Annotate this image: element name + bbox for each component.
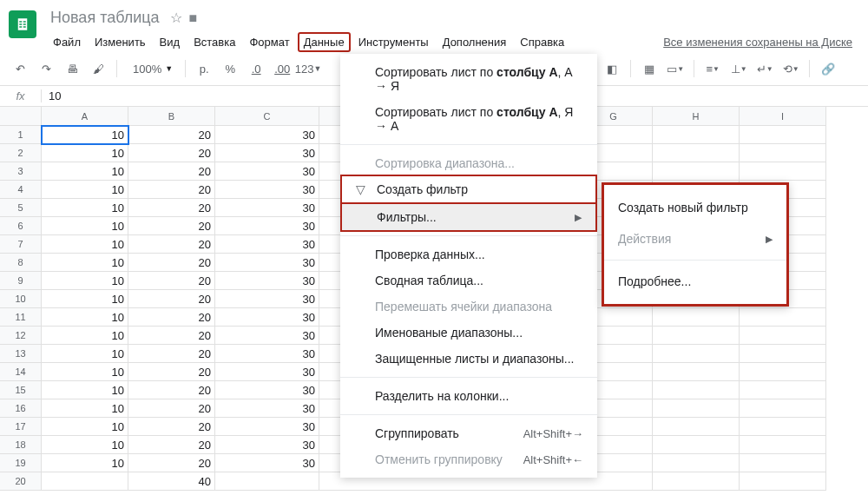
cell[interactable] xyxy=(653,126,740,144)
cell[interactable] xyxy=(653,436,740,454)
submenu-more[interactable]: Подробнее... xyxy=(604,266,786,297)
cell[interactable]: 30 xyxy=(215,345,319,363)
menu-insert[interactable]: Вставка xyxy=(187,32,241,52)
menu-filters[interactable]: Фильтры...▶ xyxy=(342,204,595,230)
print-button[interactable]: 🖶 xyxy=(61,57,83,80)
menu-sort-asc[interactable]: Сортировать лист по столбцу A, А → Я xyxy=(340,59,597,99)
cell[interactable] xyxy=(653,454,740,472)
col-header-i[interactable]: I xyxy=(740,107,826,126)
cell[interactable]: 10 xyxy=(42,436,128,454)
cell[interactable] xyxy=(215,472,319,491)
col-header-a[interactable]: A xyxy=(42,107,128,126)
fill-color-button[interactable]: ◧ xyxy=(601,57,623,80)
row-header[interactable]: 12 xyxy=(0,327,42,345)
menu-view[interactable]: Вид xyxy=(154,32,187,52)
row-header[interactable]: 20 xyxy=(0,472,42,491)
cell[interactable]: 20 xyxy=(128,272,215,290)
cell[interactable]: 10 xyxy=(42,235,128,254)
row-header[interactable]: 13 xyxy=(0,345,42,363)
menu-named-ranges[interactable]: Именованые диапазоны... xyxy=(340,320,597,346)
select-all-corner[interactable] xyxy=(0,107,42,126)
row-header[interactable]: 14 xyxy=(0,363,42,381)
menu-protected[interactable]: Защищенные листы и диапазоны... xyxy=(340,346,597,372)
cell[interactable] xyxy=(653,381,740,399)
cell[interactable]: 20 xyxy=(128,162,215,181)
cell[interactable]: 20 xyxy=(128,381,215,399)
cell[interactable]: 30 xyxy=(215,235,319,254)
cell[interactable]: 30 xyxy=(215,290,319,308)
valign-button[interactable]: ⊥▼ xyxy=(727,57,750,80)
cell[interactable]: 30 xyxy=(215,363,319,381)
row-header[interactable]: 4 xyxy=(0,181,42,199)
cell[interactable]: 20 xyxy=(128,126,215,144)
cell[interactable]: 10 xyxy=(42,454,128,472)
menu-pivot[interactable]: Сводная таблица... xyxy=(340,267,597,294)
cell[interactable]: 10 xyxy=(42,399,128,418)
row-header[interactable]: 16 xyxy=(0,399,42,418)
cell[interactable]: 20 xyxy=(128,418,215,436)
cell[interactable]: 10 xyxy=(42,181,128,199)
percent-button[interactable]: % xyxy=(219,57,241,80)
cell[interactable]: 30 xyxy=(215,418,319,436)
cell[interactable]: 10 xyxy=(42,345,128,363)
cell[interactable]: 20 xyxy=(128,308,215,327)
cell[interactable] xyxy=(740,399,826,418)
increase-decimal-button[interactable]: .00 xyxy=(271,57,293,80)
menu-data[interactable]: Данные xyxy=(298,32,351,52)
align-button[interactable]: ≡▼ xyxy=(701,57,724,80)
cell[interactable] xyxy=(42,472,128,491)
menu-split-columns[interactable]: Разделить на колонки... xyxy=(340,383,597,409)
document-title[interactable]: Новая таблица xyxy=(47,7,163,29)
cell[interactable]: 10 xyxy=(42,418,128,436)
cell[interactable]: 30 xyxy=(215,199,319,217)
row-header[interactable]: 17 xyxy=(0,418,42,436)
cell[interactable] xyxy=(653,308,740,327)
cell[interactable]: 10 xyxy=(42,217,128,235)
cell[interactable] xyxy=(740,327,826,345)
cell[interactable]: 30 xyxy=(215,436,319,454)
cell[interactable]: 30 xyxy=(215,308,319,327)
cell[interactable] xyxy=(653,327,740,345)
cell[interactable]: 10 xyxy=(42,272,128,290)
row-header[interactable]: 7 xyxy=(0,235,42,254)
cell[interactable] xyxy=(653,162,740,181)
cell[interactable]: 20 xyxy=(128,254,215,272)
cell[interactable] xyxy=(740,144,826,162)
menu-help[interactable]: Справка xyxy=(514,32,570,52)
menu-addons[interactable]: Дополнения xyxy=(437,32,513,52)
row-header[interactable]: 10 xyxy=(0,290,42,308)
row-header[interactable]: 6 xyxy=(0,217,42,235)
number-format-button[interactable]: 123▼ xyxy=(297,57,319,80)
undo-button[interactable]: ↶ xyxy=(9,57,31,80)
row-header[interactable]: 9 xyxy=(0,272,42,290)
cell[interactable] xyxy=(653,363,740,381)
cell[interactable]: 30 xyxy=(215,399,319,418)
cell[interactable]: 20 xyxy=(128,144,215,162)
submenu-create-new-filter[interactable]: Создать новый фильтр xyxy=(604,192,786,223)
wrap-button[interactable]: ↵▼ xyxy=(753,57,776,80)
cell[interactable]: 20 xyxy=(128,345,215,363)
cell[interactable] xyxy=(740,381,826,399)
zoom-select[interactable]: 100%▼ xyxy=(124,63,178,76)
cell[interactable]: 10 xyxy=(42,308,128,327)
cell[interactable]: 30 xyxy=(215,181,319,199)
row-header[interactable]: 5 xyxy=(0,199,42,217)
menu-group[interactable]: СгруппироватьAlt+Shift+→ xyxy=(340,420,597,446)
formula-input[interactable]: 10 xyxy=(42,89,68,102)
sheets-logo[interactable] xyxy=(9,10,36,38)
paint-format-button[interactable]: 🖌 xyxy=(87,57,109,80)
cell[interactable]: 10 xyxy=(42,199,128,217)
cell[interactable]: 10 xyxy=(42,126,128,144)
cell[interactable] xyxy=(740,363,826,381)
cell[interactable]: 10 xyxy=(42,162,128,181)
currency-button[interactable]: р. xyxy=(193,57,215,80)
cell[interactable] xyxy=(653,399,740,418)
col-header-h[interactable]: H xyxy=(653,107,740,126)
link-button[interactable]: 🔗 xyxy=(817,57,839,80)
cell[interactable] xyxy=(740,162,826,181)
cell[interactable]: 40 xyxy=(128,472,215,491)
cell[interactable]: 30 xyxy=(215,381,319,399)
cell[interactable]: 20 xyxy=(128,327,215,345)
cell[interactable]: 10 xyxy=(42,254,128,272)
cell[interactable] xyxy=(740,126,826,144)
